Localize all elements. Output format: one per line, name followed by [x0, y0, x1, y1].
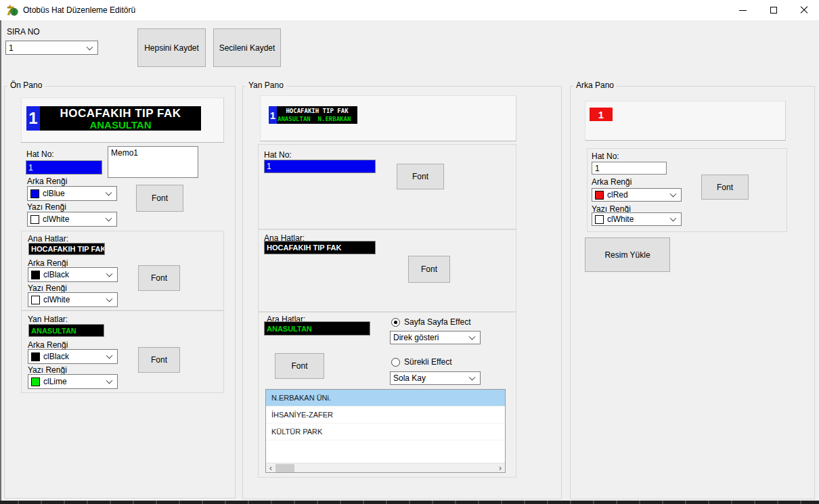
on-memo[interactable]: Memo1 [108, 146, 198, 178]
on-yazi-rengi-value: clWhite [43, 214, 69, 224]
surekli-effect-value: Sola Kay [393, 373, 426, 383]
chevron-down-icon [106, 271, 113, 277]
radio-selected-icon [391, 318, 400, 327]
yanh-font-button[interactable]: Font [138, 347, 180, 373]
ana-arka-rengi-combobox[interactable]: clBlack [28, 267, 118, 282]
on-pano-led-line1: HOCAFAKIH TIP FAK [40, 108, 201, 120]
yan-hatlar-panel: Yan Hatlar: ANASULTAN Arka Renği clBlack… [21, 311, 224, 393]
maximize-button[interactable] [758, 0, 789, 20]
save-selected-button[interactable]: Secileni Kaydet [213, 28, 281, 67]
window-title: Otobüs Hat Düzenleme Editörü [23, 5, 135, 15]
sira-no-label: SIRA NO [7, 27, 40, 37]
on-arka-rengi-combobox[interactable]: clBlue [27, 186, 117, 201]
surekli-effect-combobox[interactable]: Sola Kay [390, 371, 481, 385]
sayfa-effect-combobox[interactable]: Direk gösteri [390, 331, 481, 344]
on-pano-led-line2: ANASULTAN [40, 120, 201, 130]
sira-no-combobox[interactable]: 1 [5, 41, 98, 55]
arka-font-button[interactable]: Font [701, 175, 749, 200]
sayfa-sayfa-effect-radio[interactable]: Sayfa Sayfa Effect [391, 317, 471, 327]
arka-hat-no-input[interactable]: 1 [592, 162, 667, 175]
yan-ana-hatlar-input[interactable]: HOCAFAKIH TIP FAK [264, 241, 376, 254]
chevron-down-icon [106, 296, 113, 302]
ana-font-button[interactable]: Font [138, 265, 180, 291]
on-pano-groupbox: Ön Pano 1 HOCAFAKIH TIP FAK ANASULTAN Ha… [4, 86, 236, 499]
list-item[interactable]: N.ERBAKAN ÜNi. [266, 390, 505, 407]
list-item[interactable]: İHSANİYE-ZAFER [266, 407, 505, 423]
on-arka-rengi-label: Arka Renği [27, 177, 67, 186]
titlebar: 7 Otobüs Hat Düzenleme Editörü [0, 0, 819, 20]
on-font-button[interactable]: Font [136, 185, 183, 212]
yan-ana-hatlar-panel: Ana Hatlar: HOCAFAKIH TIP FAK Font [258, 229, 516, 312]
yan-hat-no-panel: Hat No: 1 Font [258, 144, 516, 229]
yan-pano-led-display: 1 HOCAFAKIH TIP FAK ANASULTAN N.ERBAKAN [269, 106, 357, 124]
arka-pano-led-line-number: 1 [590, 108, 613, 121]
close-button[interactable] [789, 0, 819, 20]
yan-ara-hatlar-input[interactable]: ANASULTAN [264, 321, 370, 336]
on-pano-legend: Ön Pano [7, 81, 45, 90]
yan-hatlar-input[interactable]: ANASULTAN [28, 324, 104, 337]
chevron-down-icon [670, 215, 677, 222]
ana-yazi-rengi-combobox[interactable]: clWhite [28, 292, 118, 307]
sayfa-effect-value: Direk gösteri [393, 333, 439, 342]
ana-hatlar-label: Ana Hatlar: [28, 234, 68, 244]
on-yazi-rengi-combobox[interactable]: clWhite [27, 212, 117, 227]
color-swatch-blue [30, 189, 39, 198]
minimize-button[interactable] [728, 0, 758, 20]
arka-arka-rengi-label: Arka Renği [592, 177, 632, 187]
radio-unselected-icon [391, 358, 400, 367]
horizontal-scrollbar[interactable]: ‹ › [266, 463, 505, 472]
yan-font-button-1[interactable]: Font [397, 164, 444, 189]
yanh-arka-rengi-combobox[interactable]: clBlack [28, 349, 118, 364]
yan-hat-no-label: Hat No: [264, 150, 292, 160]
yan-ara-hatlar-panel: Ara Hatlar: ANASULTAN Sayfa Sayfa Effect… [258, 312, 516, 478]
on-pano-led-display: 1 HOCAFAKIH TIP FAK ANASULTAN [26, 106, 201, 131]
yan-font-button-3[interactable]: Font [275, 353, 324, 379]
scrollbar-thumb[interactable] [275, 464, 294, 472]
arka-yazi-rengi-combobox[interactable]: clWhite [592, 212, 682, 226]
list-item[interactable]: KÜLTÜR PARK [266, 423, 505, 440]
minimize-icon [739, 10, 747, 11]
color-swatch-white [31, 296, 40, 304]
color-swatch-black [31, 352, 40, 361]
ana-yazi-rengi-label: Yazı Renği [28, 283, 67, 293]
yan-pano-led-line1: HOCAFAKIH TIP FAK [277, 107, 357, 115]
app-icon: 7 [6, 4, 19, 17]
on-hat-no-input[interactable]: 1 [26, 160, 102, 175]
maximize-icon [770, 7, 777, 14]
chevron-down-icon [670, 191, 677, 198]
color-swatch-black [31, 271, 40, 279]
scroll-left-icon[interactable]: ‹ [266, 463, 275, 473]
on-pano-led-line-number: 1 [26, 106, 40, 131]
color-swatch-lime [31, 377, 40, 386]
sayfa-sayfa-effect-label: Sayfa Sayfa Effect [404, 317, 471, 327]
yan-pano-display-panel: 1 HOCAFAKIH TIP FAK ANASULTAN N.ERBAKAN [260, 95, 516, 141]
ana-arka-rengi-value: clBlack [43, 270, 69, 279]
chevron-down-icon [87, 43, 93, 50]
yan-pano-legend: Yan Pano [246, 81, 286, 90]
save-all-button[interactable]: Hepsini Kaydet [137, 28, 206, 67]
yan-hatlar-label: Yan Hatlar: [28, 315, 68, 324]
close-icon [800, 6, 808, 14]
color-swatch-white [30, 215, 39, 224]
yan-font-button-2[interactable]: Font [408, 256, 450, 283]
on-arka-rengi-value: clBlue [43, 189, 65, 198]
yan-hat-no-input[interactable]: 1 [264, 160, 376, 173]
app-window: 7 Otobüs Hat Düzenleme Editörü SIRA NO 1… [0, 0, 819, 504]
yan-pano-led-line-number: 1 [269, 106, 277, 124]
yanh-yazi-rengi-combobox[interactable]: clLime [28, 374, 118, 389]
sira-no-value: 1 [9, 43, 14, 53]
chevron-down-icon [469, 374, 476, 381]
ana-hatlar-input[interactable]: HOCAFAKIH TIP FAK [28, 243, 105, 255]
chevron-down-icon [106, 215, 112, 222]
yanh-yazi-rengi-value: clLime [43, 377, 67, 386]
color-swatch-red [595, 191, 604, 200]
resim-yukle-button[interactable]: Resim Yükle [585, 237, 670, 272]
on-hat-no-label: Hat No: [26, 150, 54, 159]
scroll-right-icon[interactable]: › [495, 463, 505, 473]
arka-pano-groupbox: Arka Pano 1 Hat No: 1 Arka Renği clRed F… [570, 86, 815, 499]
surekli-effect-radio[interactable]: Sürekli Effect [391, 357, 451, 367]
yan-pano-groupbox: Yan Pano 1 HOCAFAKIH TIP FAK ANASULTAN N… [242, 86, 562, 499]
arka-arka-rengi-combobox[interactable]: clRed [592, 188, 682, 202]
bottom-led-strip [0, 501, 819, 504]
yanh-yazi-rengi-label: Yazı Renği [28, 365, 67, 375]
